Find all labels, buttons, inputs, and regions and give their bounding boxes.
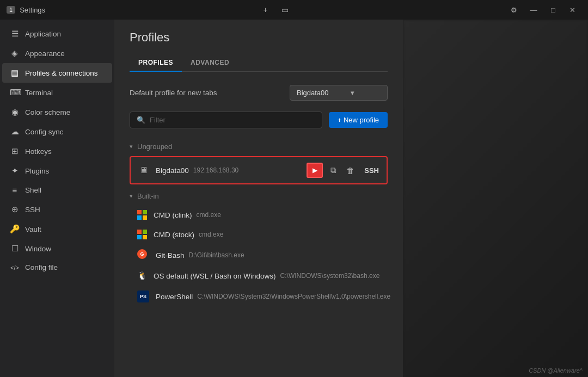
profile-item-bigdata00[interactable]: 🖥 Bigdata00 192.168.168.30 ▶ ⧉ 🗑 SSH xyxy=(130,156,388,184)
search-icon: 🔍 xyxy=(137,116,145,124)
maximize-button[interactable]: □ xyxy=(544,1,562,18)
default-profile-value: Bigdata00 xyxy=(297,89,329,97)
default-profile-row: Default profile for new tabs Bigdata00 ▾ xyxy=(130,85,388,101)
app-title: Settings xyxy=(20,6,45,14)
sidebar-item-ssh[interactable]: ⊕ SSH xyxy=(2,200,112,219)
new-profile-button[interactable]: + New profile xyxy=(329,112,388,128)
profile-sub-cmd-stock: cmd.exe xyxy=(199,231,223,238)
linux-icon: 🐧 xyxy=(137,271,147,281)
titlebar-controls: ⚙ — □ ✕ xyxy=(505,1,581,18)
sidebar-item-config-file-label: Config file xyxy=(25,263,58,271)
profile-item-cmd-clink[interactable]: CMD (clink) cmd.exe xyxy=(130,206,388,224)
profile-actions: ▶ ⧉ 🗑 SSH xyxy=(307,163,379,178)
sidebar-item-vault-label: Vault xyxy=(25,225,41,233)
play-button[interactable]: ▶ xyxy=(307,163,323,178)
appearance-icon: ◈ xyxy=(10,48,20,58)
chevron-down-icon: ▾ xyxy=(130,143,133,150)
config-file-icon: </> xyxy=(10,264,20,271)
sidebar-item-appearance-label: Appearance xyxy=(25,50,65,58)
search-row: 🔍 + New profile xyxy=(130,112,388,128)
ssh-icon: ⊕ xyxy=(10,205,20,214)
tab-profiles[interactable]: PROFILES xyxy=(130,54,182,72)
content-inner: Profiles PROFILES ADVANCED Default profi… xyxy=(114,20,403,377)
sidebar-item-application[interactable]: ☰ Application xyxy=(2,24,112,44)
monitor-icon: 🖥 xyxy=(138,165,149,175)
profile-name-cmd-stock: CMD (stock) xyxy=(154,231,194,239)
default-profile-dropdown[interactable]: Bigdata00 ▾ xyxy=(290,85,388,101)
sidebar-item-hotkeys[interactable]: ⊞ Hotkeys xyxy=(2,141,112,161)
sidebar-item-vault[interactable]: 🔑 Vault xyxy=(2,219,112,239)
titlebar-center: + ▭ xyxy=(258,2,293,17)
group-ungrouped-header[interactable]: ▾ Ungrouped xyxy=(130,139,388,154)
tabs-bar: PROFILES ADVANCED xyxy=(130,54,388,72)
sidebar-item-config-sync[interactable]: ☁ Config sync xyxy=(2,122,112,141)
delete-icon[interactable]: 🗑 xyxy=(344,164,357,177)
sidebar-item-terminal-label: Terminal xyxy=(25,89,53,97)
profile-name-os-default: OS default (WSL / Bash on Windows) xyxy=(154,272,276,280)
right-panel: CSDN @Alienware^ xyxy=(403,20,588,377)
add-tab-button[interactable]: + xyxy=(258,2,273,17)
sidebar-item-config-file[interactable]: </> Config file xyxy=(2,258,112,276)
profile-sub-cmd-clink: cmd.exe xyxy=(197,211,221,219)
shell-icon: ≡ xyxy=(10,186,20,195)
window-icon: ☐ xyxy=(10,244,20,254)
settings-button[interactable]: ⚙ xyxy=(505,1,523,18)
profile-name-git-bash: Git-Bash xyxy=(156,251,185,259)
windows-logo-icon xyxy=(137,230,147,239)
git-icon: G xyxy=(137,249,149,261)
tab-advanced[interactable]: ADVANCED xyxy=(182,54,238,72)
restore-tab-button[interactable]: ▭ xyxy=(278,2,293,17)
minimize-button[interactable]: — xyxy=(525,1,542,18)
watermark: CSDN @Alienware^ xyxy=(529,367,583,374)
duplicate-icon[interactable]: ⧉ xyxy=(328,163,339,177)
profile-item-git-bash[interactable]: G Git-Bash D:\Git\bin\bash.exe xyxy=(130,245,388,265)
group-builtin-header[interactable]: ▾ Built-in xyxy=(130,189,388,203)
color-scheme-icon: ◉ xyxy=(10,107,20,117)
sidebar-item-plugins[interactable]: ✦ Plugins xyxy=(2,161,112,181)
default-profile-label: Default profile for new tabs xyxy=(130,89,217,97)
profiles-icon: ▤ xyxy=(10,68,20,78)
hotkeys-icon: ⊞ xyxy=(10,146,20,156)
app-body: ☰ Application ◈ Appearance ▤ Profiles & … xyxy=(0,20,588,377)
chevron-down-icon: ▾ xyxy=(351,89,354,97)
chevron-down-icon: ▾ xyxy=(130,193,133,200)
page-title: Profiles xyxy=(130,30,388,45)
group-ungrouped-label: Ungrouped xyxy=(137,143,172,151)
sidebar-item-hotkeys-label: Hotkeys xyxy=(25,147,52,156)
profile-item-powershell[interactable]: PS PowerShell C:\WINDOWS\System32\Window… xyxy=(130,286,388,307)
application-icon: ☰ xyxy=(10,29,20,39)
config-sync-icon: ☁ xyxy=(10,127,20,137)
window-number: 1 xyxy=(7,6,15,14)
titlebar: 1 Settings + ▭ ⚙ — □ ✕ xyxy=(0,0,588,20)
profile-sub-bigdata00: 192.168.168.30 xyxy=(193,166,238,174)
sidebar: ☰ Application ◈ Appearance ▤ Profiles & … xyxy=(0,20,114,377)
plugins-icon: ✦ xyxy=(10,166,20,176)
content-area: Profiles PROFILES ADVANCED Default profi… xyxy=(114,20,403,377)
sidebar-item-terminal[interactable]: ⌨ Terminal xyxy=(2,83,112,102)
sidebar-item-profiles-label: Profiles & connections xyxy=(25,69,98,77)
profile-sub-os-default: C:\WINDOWS\system32\bash.exe xyxy=(280,272,380,280)
profile-sub-git-bash: D:\Git\bin\bash.exe xyxy=(189,251,244,259)
sidebar-item-appearance[interactable]: ◈ Appearance xyxy=(2,44,112,63)
close-button[interactable]: ✕ xyxy=(564,1,581,18)
profile-item-os-default[interactable]: 🐧 OS default (WSL / Bash on Windows) C:\… xyxy=(130,267,388,285)
sidebar-item-profiles-connections[interactable]: ▤ Profiles & connections xyxy=(2,63,112,83)
titlebar-left: 1 Settings xyxy=(7,6,45,14)
sidebar-item-color-scheme[interactable]: ◉ Color scheme xyxy=(2,102,112,122)
vault-icon: 🔑 xyxy=(10,224,20,234)
group-builtin-label: Built-in xyxy=(137,192,159,200)
sidebar-item-window-label: Window xyxy=(25,245,51,253)
sidebar-item-application-label: Application xyxy=(25,30,61,38)
sidebar-item-ssh-label: SSH xyxy=(25,206,40,214)
sidebar-item-shell[interactable]: ≡ Shell xyxy=(2,181,112,200)
sidebar-item-plugins-label: Plugins xyxy=(25,167,49,175)
filter-input[interactable] xyxy=(150,116,315,124)
sidebar-item-shell-label: Shell xyxy=(25,186,41,194)
right-panel-blur xyxy=(403,20,588,377)
sidebar-item-color-scheme-label: Color scheme xyxy=(25,108,70,116)
sidebar-item-window[interactable]: ☐ Window xyxy=(2,239,112,258)
profile-name-bigdata00: Bigdata00 xyxy=(156,166,189,175)
profile-name-powershell: PowerShell xyxy=(156,293,193,301)
profile-item-cmd-stock[interactable]: CMD (stock) cmd.exe xyxy=(130,225,388,244)
sidebar-item-config-sync-label: Config sync xyxy=(25,128,64,136)
